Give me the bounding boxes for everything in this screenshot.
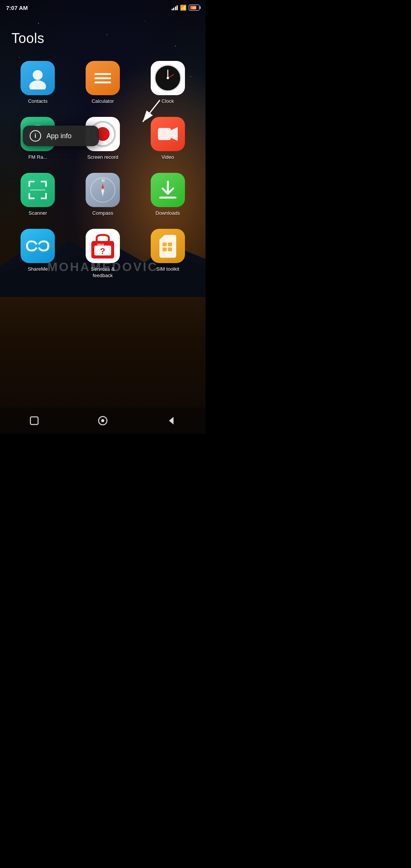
status-bar: 7:07 AM 📶 10 xyxy=(0,0,206,15)
services-icon: ? MIUI xyxy=(86,229,120,263)
compass-label: Compass xyxy=(92,210,113,217)
svg-line-31 xyxy=(143,100,160,122)
sim-icon xyxy=(151,229,185,263)
contacts-icon xyxy=(21,61,55,95)
svg-rect-27 xyxy=(168,243,172,246)
svg-point-3 xyxy=(29,80,46,89)
svg-point-7 xyxy=(167,77,169,79)
app-grid: Contacts Calculator Clock xyxy=(0,61,206,279)
calculator-label: Calculator xyxy=(92,98,114,105)
scanner-icon xyxy=(21,173,55,207)
app-services[interactable]: ? MIUI Services &feedback xyxy=(74,229,132,279)
downloads-label: Downloads xyxy=(156,210,180,217)
services-label: Services &feedback xyxy=(91,266,115,279)
app-downloads[interactable]: Downloads xyxy=(139,173,196,217)
calculator-icon xyxy=(86,61,120,95)
info-icon: i xyxy=(30,130,41,142)
svg-rect-28 xyxy=(162,247,167,251)
page-title: Tools xyxy=(11,30,45,46)
nav-recent[interactable] xyxy=(27,413,42,428)
app-shareme[interactable]: ShareMe xyxy=(9,229,67,279)
context-menu[interactable]: i App info xyxy=(23,126,99,146)
screenrecord-label: Screen record xyxy=(87,154,118,161)
wifi-icon: 📶 xyxy=(180,5,186,11)
app-scanner[interactable]: Scanner xyxy=(9,173,67,217)
nav-home[interactable] xyxy=(95,413,110,428)
video-label: Video xyxy=(161,154,174,161)
svg-marker-35 xyxy=(169,417,174,424)
svg-rect-26 xyxy=(162,243,167,246)
status-icons: 📶 10 xyxy=(172,5,200,11)
status-time: 7:07 AM xyxy=(6,5,28,11)
app-calculator[interactable]: Calculator xyxy=(74,61,132,105)
app-compass[interactable]: N Compass xyxy=(74,173,132,217)
svg-text:MIUI: MIUI xyxy=(97,243,104,246)
nav-back[interactable] xyxy=(164,413,179,428)
app-contacts[interactable]: Contacts xyxy=(9,61,67,105)
svg-point-34 xyxy=(101,419,104,422)
shareme-label: ShareMe xyxy=(28,266,48,273)
context-menu-label[interactable]: App info xyxy=(46,132,72,140)
svg-text:?: ? xyxy=(100,246,105,256)
compass-icon: N xyxy=(86,173,120,207)
fmradio-label: FM Ra... xyxy=(28,154,47,161)
app-sim[interactable]: SIM toolkit xyxy=(139,229,196,279)
nav-bar xyxy=(0,407,206,434)
arrow xyxy=(129,94,167,132)
svg-point-2 xyxy=(33,70,43,80)
svg-rect-29 xyxy=(168,247,172,251)
svg-point-19 xyxy=(101,188,104,191)
shareme-icon xyxy=(21,229,55,263)
downloads-icon xyxy=(151,173,185,207)
battery-icon: 10 xyxy=(189,5,199,11)
svg-rect-32 xyxy=(30,417,38,424)
svg-text:N: N xyxy=(102,178,105,183)
scanner-label: Scanner xyxy=(29,210,47,217)
clock-icon xyxy=(151,61,185,95)
sim-label: SIM toolkit xyxy=(156,266,179,273)
svg-marker-13 xyxy=(171,127,178,141)
signal-icon xyxy=(172,5,178,10)
contacts-label: Contacts xyxy=(28,98,48,105)
